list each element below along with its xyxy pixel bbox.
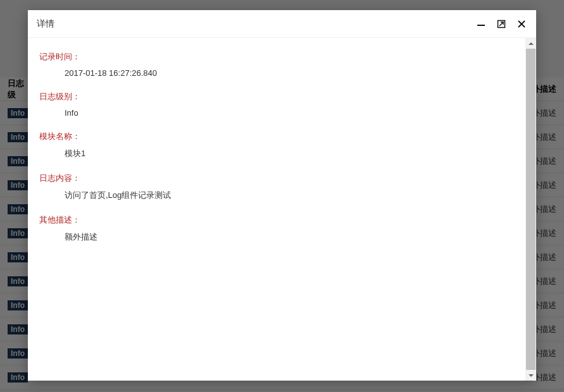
field-value: 模块1 <box>28 148 514 167</box>
field-value: 2017-01-18 16:27:26.840 <box>28 68 514 85</box>
close-icon[interactable] <box>516 18 527 30</box>
detail-modal: 详情 记录时间：2017-01-18 16:27:26.840日志级别：Info… <box>28 10 536 381</box>
scroll-down-icon[interactable] <box>525 370 536 381</box>
field-label: 记录时间： <box>28 46 514 68</box>
scroll-up-icon[interactable] <box>525 38 536 49</box>
scroll-thumb[interactable] <box>526 49 536 370</box>
svg-line-2 <box>499 22 503 26</box>
scrollbar[interactable] <box>525 38 536 381</box>
field-label: 日志内容： <box>28 167 514 190</box>
modal-title: 详情 <box>37 18 54 30</box>
field-label: 其他描述： <box>28 209 514 231</box>
modal-body: 记录时间：2017-01-18 16:27:26.840日志级别：Info模块名… <box>28 38 525 381</box>
field-value: 额外描述 <box>28 231 514 250</box>
field-label: 模块名称： <box>28 125 514 148</box>
field-value: 访问了首页,Log组件记录测试 <box>28 190 514 209</box>
field-value: Info <box>28 108 514 125</box>
field-label: 日志级别： <box>28 85 514 108</box>
minimize-icon[interactable] <box>475 18 487 30</box>
maximize-icon[interactable] <box>496 18 507 30</box>
modal-titlebar: 详情 <box>28 10 536 38</box>
